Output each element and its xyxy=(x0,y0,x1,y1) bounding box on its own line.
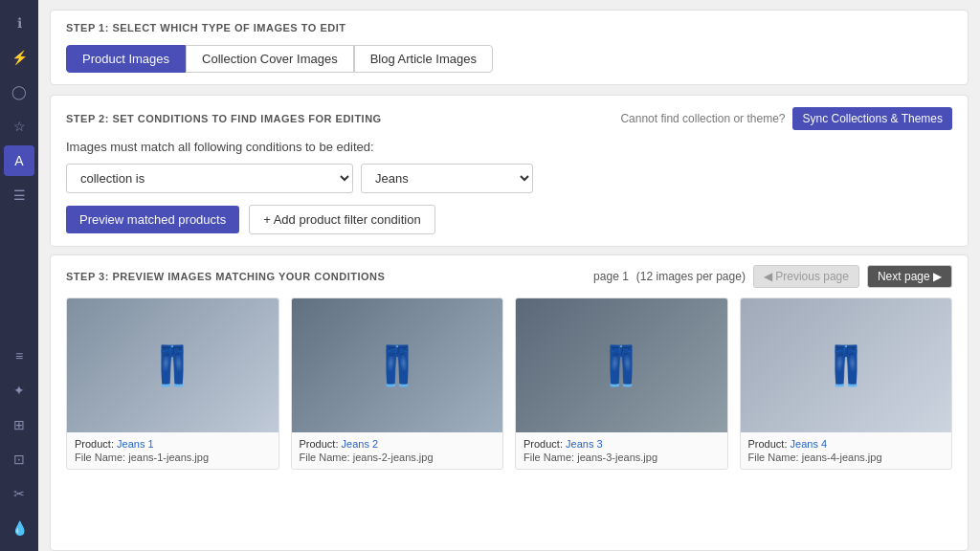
sidebar: ℹ ⚡ ◯ ☆ A ☰ ≡ ✦ ⊞ ⊡ ✂ 💧 xyxy=(0,0,38,551)
page-number: page 1 xyxy=(593,270,629,283)
lightning-icon[interactable]: ⚡ xyxy=(4,42,34,73)
puzzle-icon[interactable]: ✦ xyxy=(4,375,34,406)
step1-panel: STEP 1: SELECT WHICH TYPE OF IMAGES TO E… xyxy=(50,10,969,85)
step2-header: STEP 2: SET CONDITIONS TO FIND IMAGES FO… xyxy=(66,113,382,124)
condition-value-select[interactable]: Jeans xyxy=(361,164,533,193)
step1-header: STEP 1: SELECT WHICH TYPE OF IMAGES TO E… xyxy=(66,22,952,33)
sync-collections-button[interactable]: Sync Collections & Themes xyxy=(792,107,952,130)
product-image-3: 👖 xyxy=(516,298,727,432)
image-info-4: Product: Jeans 4 File Name: jeans-4-jean… xyxy=(741,432,952,469)
conditions-description: Images must match all following conditio… xyxy=(66,140,952,154)
text-icon[interactable]: A xyxy=(4,145,34,176)
product-link-2[interactable]: Jeans 2 xyxy=(342,438,379,450)
product-label-1: Product: Jeans 1 xyxy=(75,438,271,450)
image-info-1: Product: Jeans 1 File Name: jeans-1-jean… xyxy=(67,432,278,469)
product-link-4[interactable]: Jeans 4 xyxy=(791,438,828,450)
image-type-tabs: Product Images Collection Cover Images B… xyxy=(66,45,952,73)
condition-type-select[interactable]: collection is xyxy=(66,164,353,193)
info-icon[interactable]: ℹ xyxy=(4,8,34,38)
per-page-info: (12 images per page) xyxy=(636,270,746,283)
add-filter-button[interactable]: Add product filter condition xyxy=(249,205,434,234)
filename-1: File Name: jeans-1-jeans.jpg xyxy=(75,452,271,463)
condition-row: collection is Jeans xyxy=(66,164,952,193)
product-image-1: 👖 xyxy=(67,298,278,432)
product-image-2: 👖 xyxy=(292,298,503,432)
scissor-icon[interactable]: ✂ xyxy=(4,478,34,509)
star-icon[interactable]: ☆ xyxy=(4,111,34,142)
next-page-button[interactable]: Next page ▶ xyxy=(867,265,952,288)
product-label-2: Product: Jeans 2 xyxy=(300,438,496,450)
action-row: Preview matched products Add product fil… xyxy=(66,205,952,234)
image-info-3: Product: Jeans 3 File Name: jeans-3-jean… xyxy=(516,432,727,469)
product-image-4: 👖 xyxy=(741,298,952,432)
cannot-find-row: Cannot find collection or theme? Sync Co… xyxy=(620,107,952,130)
document-icon[interactable]: ☰ xyxy=(4,180,34,210)
main-content: STEP 1: SELECT WHICH TYPE OF IMAGES TO E… xyxy=(38,0,980,551)
step3-header: STEP 3: PREVIEW IMAGES MATCHING YOUR CON… xyxy=(66,271,385,282)
image-card-2: 👖 Product: Jeans 2 File Name: jeans-2-je… xyxy=(291,298,504,470)
pagination-info: page 1 (12 images per page) ◀ Previous p… xyxy=(593,265,952,288)
clock-icon[interactable]: ◯ xyxy=(4,77,34,107)
filename-2: File Name: jeans-2-jeans.jpg xyxy=(300,452,496,463)
product-label-3: Product: Jeans 3 xyxy=(523,438,720,450)
tab-blog-article-images[interactable]: Blog Article Images xyxy=(354,45,493,73)
image-grid: 👖 Product: Jeans 1 File Name: jeans-1-je… xyxy=(66,298,952,470)
list-icon[interactable]: ≡ xyxy=(4,341,34,371)
preview-matched-products-button[interactable]: Preview matched products xyxy=(66,206,239,233)
product-link-1[interactable]: Jeans 1 xyxy=(117,438,154,450)
grid-icon[interactable]: ⊞ xyxy=(4,409,34,440)
monitor-icon[interactable]: ⊡ xyxy=(4,444,34,474)
tab-collection-cover-images[interactable]: Collection Cover Images xyxy=(186,45,354,73)
prev-page-button: ◀ Previous page xyxy=(753,265,859,288)
filename-3: File Name: jeans-3-jeans.jpg xyxy=(523,452,720,463)
image-info-2: Product: Jeans 2 File Name: jeans-2-jean… xyxy=(292,432,503,469)
drop-icon[interactable]: 💧 xyxy=(4,513,34,543)
tab-product-images[interactable]: Product Images xyxy=(66,45,186,73)
image-card-3: 👖 Product: Jeans 3 File Name: jeans-3-je… xyxy=(515,298,728,470)
image-card-1: 👖 Product: Jeans 1 File Name: jeans-1-je… xyxy=(66,298,279,470)
product-link-3[interactable]: Jeans 3 xyxy=(566,438,603,450)
step2-header-row: STEP 2: SET CONDITIONS TO FIND IMAGES FO… xyxy=(66,107,952,130)
filename-4: File Name: jeans-4-jeans.jpg xyxy=(748,452,945,463)
step3-header-row: STEP 3: PREVIEW IMAGES MATCHING YOUR CON… xyxy=(66,265,952,288)
step3-panel: STEP 3: PREVIEW IMAGES MATCHING YOUR CON… xyxy=(50,254,969,551)
step2-panel: STEP 2: SET CONDITIONS TO FIND IMAGES FO… xyxy=(50,95,969,247)
product-label-4: Product: Jeans 4 xyxy=(748,438,945,450)
cannot-find-text: Cannot find collection or theme? xyxy=(620,112,785,125)
image-card-4: 👖 Product: Jeans 4 File Name: jeans-4-je… xyxy=(740,298,953,470)
